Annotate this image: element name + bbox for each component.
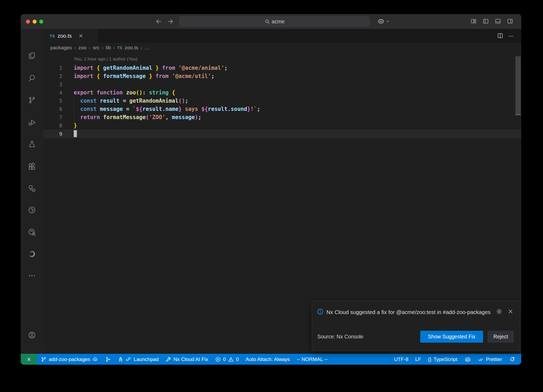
bell-icon xyxy=(509,356,515,363)
testing-icon[interactable] xyxy=(28,140,36,148)
remote-icon xyxy=(26,356,32,362)
more-views-icon[interactable] xyxy=(28,272,36,280)
toggle-panel-icon[interactable] xyxy=(495,18,501,24)
wrench-icon xyxy=(165,356,171,362)
vim-mode-status-item[interactable]: -- NORMAL -- xyxy=(297,356,327,362)
code-line[interactable]: 5 const result = getRandomAnimal(); xyxy=(43,97,521,105)
notification-message: Nx Cloud suggested a fix for @acme/zoo:t… xyxy=(326,307,496,317)
branch-name: add-zoo-packages xyxy=(49,356,90,362)
activity-bar xyxy=(21,29,43,354)
git-branch-icon xyxy=(41,356,47,362)
customize-layout-icon[interactable] xyxy=(470,18,477,24)
git-blame-annotation: You, 1 hour ago | 1 author (You) xyxy=(74,56,137,62)
line-number[interactable]: 9 xyxy=(43,130,74,138)
chevron-right-icon: › xyxy=(141,45,142,51)
line-number[interactable]: 1 xyxy=(43,64,74,72)
close-tab-icon[interactable] xyxy=(78,33,84,38)
minimize-window-button[interactable] xyxy=(33,20,37,24)
code-line[interactable]: 1import { getRandomAnimal } from '@acme/… xyxy=(43,64,521,72)
split-editor-icon[interactable] xyxy=(497,32,503,39)
notifications-bell[interactable] xyxy=(509,356,515,363)
search-view-icon[interactable] xyxy=(28,74,36,82)
braces-icon: {} xyxy=(428,356,431,362)
project-tree-icon xyxy=(105,356,111,362)
code-line[interactable]: 6 const message = `${result.name} says $… xyxy=(43,105,521,113)
explorer-icon[interactable] xyxy=(28,52,36,60)
vscode-window: acme xyxy=(21,14,521,365)
nx-cloud-fix-status-item[interactable]: Nx Cloud AI Fix xyxy=(165,356,208,362)
edge-devtools-icon[interactable] xyxy=(28,250,36,258)
error-icon xyxy=(215,356,221,362)
notification-settings-gear-icon[interactable] xyxy=(496,308,502,315)
chevron-right-icon: › xyxy=(74,45,76,51)
scrollbar-slider[interactable] xyxy=(515,56,521,115)
desktop-background: acme xyxy=(0,0,543,392)
eol-status-item[interactable]: LF xyxy=(415,356,421,362)
code-line[interactable]: 2import { formatMessage } from '@acme/ut… xyxy=(43,72,521,80)
project-graph-icon[interactable] xyxy=(28,184,36,193)
tab-label: zoo.ts xyxy=(58,33,72,39)
account-icon[interactable] xyxy=(28,331,36,339)
breadcrumb-item[interactable]: packages xyxy=(50,45,72,51)
problems-status-item[interactable]: 0 0 xyxy=(215,356,239,362)
project-details-status-item[interactable] xyxy=(105,356,111,362)
nx-console-icon[interactable] xyxy=(28,206,36,214)
tab-strip: TS zoo.ts xyxy=(43,29,521,43)
breadcrumb-item[interactable]: zoo.ts xyxy=(125,45,138,51)
notification-source: Source: Nx Console xyxy=(317,334,363,340)
code-line[interactable]: 8} xyxy=(43,121,521,130)
launchpad-status-item[interactable]: Launchpad xyxy=(118,356,159,362)
close-window-button[interactable] xyxy=(26,20,30,24)
extensions-icon[interactable] xyxy=(28,162,36,171)
copilot-menu[interactable] xyxy=(377,18,390,25)
formatter-status-item[interactable]: Prettier xyxy=(478,356,502,362)
language-status-item[interactable]: {} TypeScript xyxy=(428,356,457,362)
encoding-label: UTF-8 xyxy=(394,356,408,362)
nx-cloud-fix-label: Nx Cloud AI Fix xyxy=(173,356,208,362)
run-debug-icon[interactable] xyxy=(28,118,36,127)
toggle-sidebar-right-icon[interactable] xyxy=(507,18,513,24)
line-number[interactable]: 6 xyxy=(43,105,74,113)
code-line[interactable]: 4export function zoo(): string { xyxy=(43,89,521,97)
notification-close-icon[interactable] xyxy=(507,308,514,315)
code-line[interactable]: 3 xyxy=(43,80,521,89)
breadcrumb-overflow[interactable]: … xyxy=(144,45,150,51)
command-center-search[interactable]: acme xyxy=(179,16,370,27)
tab-zoo-ts[interactable]: TS zoo.ts xyxy=(43,29,98,43)
code-line[interactable]: 7 return formatMessage('ZOO', message); xyxy=(43,113,521,121)
branch-status-item[interactable]: add-zoo-packages xyxy=(41,356,98,362)
title-bar: acme xyxy=(21,14,521,29)
forward-icon[interactable] xyxy=(167,18,174,25)
encoding-status-item[interactable]: UTF-8 xyxy=(394,356,408,362)
line-number[interactable]: 7 xyxy=(43,113,74,121)
breadcrumb-item[interactable]: lib xyxy=(106,45,111,51)
line-number[interactable]: 2 xyxy=(43,72,74,80)
code-text: const message = `${result.name} says ${r… xyxy=(74,105,260,113)
maximize-window-button[interactable] xyxy=(39,20,43,24)
line-number[interactable]: 3 xyxy=(43,80,74,89)
toggle-sidebar-left-icon[interactable] xyxy=(483,18,489,24)
warning-count: 0 xyxy=(236,356,239,362)
breadcrumb-item[interactable]: zoo xyxy=(78,45,86,51)
line-number[interactable]: 5 xyxy=(43,97,74,105)
code-text xyxy=(74,130,77,138)
code-text: export function zoo(): string { xyxy=(74,89,175,97)
nx-cloud-icon[interactable] xyxy=(28,228,36,236)
back-icon[interactable] xyxy=(155,18,162,25)
show-suggested-fix-button[interactable]: Show Suggested Fix xyxy=(420,331,483,343)
line-number[interactable]: 8 xyxy=(43,121,74,130)
breadcrumb: packages › zoo › src › lib › TS zoo.ts ›… xyxy=(43,43,521,53)
breadcrumb-item[interactable]: src xyxy=(93,45,99,51)
auto-attach-status-item[interactable]: Auto Attach: Always xyxy=(246,356,290,362)
reject-button[interactable]: Reject xyxy=(488,331,514,343)
remote-indicator[interactable] xyxy=(21,354,37,365)
more-actions-icon[interactable] xyxy=(508,32,514,39)
line-number[interactable]: 4 xyxy=(43,89,74,97)
source-control-icon[interactable] xyxy=(28,96,36,104)
copilot-status-item[interactable] xyxy=(464,356,471,363)
code-text: return formatMessage('ZOO', message); xyxy=(74,113,201,121)
code-line[interactable]: 9 xyxy=(43,130,521,138)
indent-guide xyxy=(74,97,74,121)
formatter-label: Prettier xyxy=(486,356,502,362)
status-bar: add-zoo-packages Launchpad xyxy=(21,354,521,365)
